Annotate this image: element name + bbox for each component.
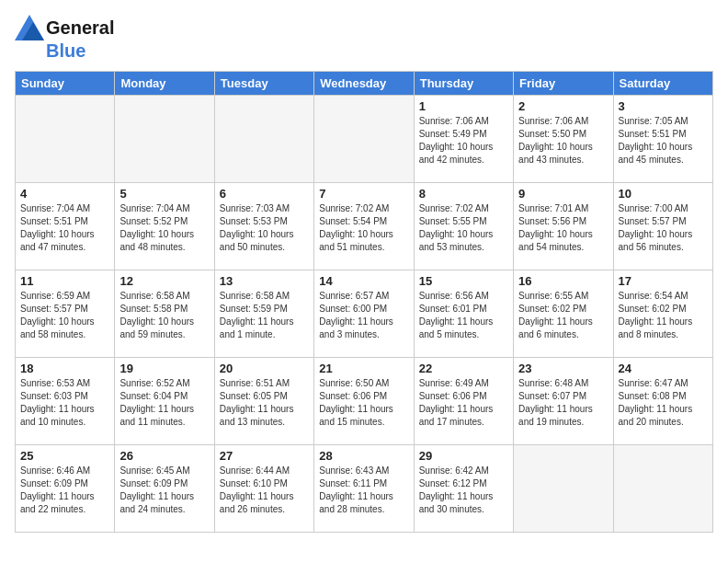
day-number: 11 — [20, 274, 109, 288]
day-number: 12 — [119, 274, 209, 288]
calendar-cell: 15Sunrise: 6:56 AMSunset: 6:01 PMDayligh… — [414, 270, 513, 358]
day-number: 23 — [518, 362, 608, 375]
calendar-cell — [514, 445, 613, 533]
calendar-cell: 29Sunrise: 6:42 AMSunset: 6:12 PMDayligh… — [414, 445, 513, 533]
day-number: 17 — [619, 274, 708, 288]
calendar-cell: 12Sunrise: 6:58 AMSunset: 5:58 PMDayligh… — [115, 270, 214, 358]
day-number: 18 — [20, 362, 109, 375]
day-info: Sunrise: 6:55 AMSunset: 6:02 PMDaylight:… — [518, 290, 608, 341]
day-number: 10 — [619, 187, 708, 201]
logo-name: General — [46, 17, 114, 39]
calendar-cell: 26Sunrise: 6:45 AMSunset: 6:09 PMDayligh… — [115, 445, 214, 533]
day-info: Sunrise: 7:02 AMSunset: 5:54 PMDaylight:… — [319, 202, 408, 254]
calendar-cell: 1Sunrise: 7:06 AMSunset: 5:49 PMDaylight… — [414, 96, 513, 183]
day-number: 26 — [119, 449, 209, 463]
calendar-week-row: 11Sunrise: 6:59 AMSunset: 5:57 PMDayligh… — [16, 270, 713, 358]
day-number: 20 — [220, 362, 309, 375]
calendar-cell: 28Sunrise: 6:43 AMSunset: 6:11 PMDayligh… — [314, 445, 414, 533]
day-info: Sunrise: 7:06 AMSunset: 5:50 PMDaylight:… — [518, 115, 608, 167]
weekday-header: Saturday — [613, 72, 712, 96]
day-number: 6 — [220, 187, 309, 201]
day-info: Sunrise: 6:53 AMSunset: 6:03 PMDaylight:… — [20, 377, 109, 429]
day-info: Sunrise: 6:54 AMSunset: 6:02 PMDaylight:… — [619, 290, 708, 341]
day-number: 4 — [20, 187, 109, 201]
calendar-cell: 24Sunrise: 6:47 AMSunset: 6:08 PMDayligh… — [613, 358, 712, 445]
day-info: Sunrise: 6:44 AMSunset: 6:10 PMDaylight:… — [220, 465, 309, 516]
day-info: Sunrise: 6:42 AMSunset: 6:12 PMDaylight:… — [419, 465, 508, 516]
weekday-header-row: SundayMondayTuesdayWednesdayThursdayFrid… — [16, 72, 713, 96]
day-number: 19 — [119, 362, 209, 375]
day-number: 7 — [319, 187, 408, 201]
day-number: 27 — [220, 449, 309, 463]
day-info: Sunrise: 7:04 AMSunset: 5:52 PMDaylight:… — [119, 202, 209, 254]
calendar-cell: 21Sunrise: 6:50 AMSunset: 6:06 PMDayligh… — [314, 358, 414, 445]
day-number: 9 — [518, 187, 608, 201]
day-number: 8 — [419, 187, 508, 201]
logo-blue: Blue — [46, 40, 85, 62]
day-info: Sunrise: 7:04 AMSunset: 5:51 PMDaylight:… — [20, 202, 109, 254]
calendar-week-row: 4Sunrise: 7:04 AMSunset: 5:51 PMDaylight… — [16, 183, 713, 270]
day-info: Sunrise: 6:47 AMSunset: 6:08 PMDaylight:… — [619, 377, 708, 429]
day-number: 16 — [518, 274, 608, 288]
calendar-cell: 18Sunrise: 6:53 AMSunset: 6:03 PMDayligh… — [16, 358, 115, 445]
day-number: 1 — [419, 99, 508, 113]
day-info: Sunrise: 6:48 AMSunset: 6:07 PMDaylight:… — [518, 377, 608, 429]
calendar-cell: 22Sunrise: 6:49 AMSunset: 6:06 PMDayligh… — [414, 358, 513, 445]
day-info: Sunrise: 6:46 AMSunset: 6:09 PMDaylight:… — [20, 465, 109, 516]
day-info: Sunrise: 7:05 AMSunset: 5:51 PMDaylight:… — [619, 115, 708, 167]
day-info: Sunrise: 6:59 AMSunset: 5:57 PMDaylight:… — [20, 290, 109, 341]
day-info: Sunrise: 6:51 AMSunset: 6:05 PMDaylight:… — [220, 377, 309, 429]
calendar-cell: 4Sunrise: 7:04 AMSunset: 5:51 PMDaylight… — [16, 183, 115, 270]
logo-icon — [15, 15, 44, 40]
day-number: 28 — [319, 449, 408, 463]
calendar-cell — [314, 96, 414, 183]
calendar-cell — [214, 96, 313, 183]
weekday-header: Wednesday — [314, 72, 414, 96]
day-info: Sunrise: 7:06 AMSunset: 5:49 PMDaylight:… — [419, 115, 508, 167]
calendar-cell: 27Sunrise: 6:44 AMSunset: 6:10 PMDayligh… — [214, 445, 313, 533]
calendar-cell: 8Sunrise: 7:02 AMSunset: 5:55 PMDaylight… — [414, 183, 513, 270]
calendar-cell: 14Sunrise: 6:57 AMSunset: 6:00 PMDayligh… — [314, 270, 414, 358]
day-info: Sunrise: 6:43 AMSunset: 6:11 PMDaylight:… — [319, 465, 408, 516]
day-info: Sunrise: 6:57 AMSunset: 6:00 PMDaylight:… — [319, 290, 408, 341]
calendar-cell: 3Sunrise: 7:05 AMSunset: 5:51 PMDaylight… — [613, 96, 712, 183]
calendar-cell: 20Sunrise: 6:51 AMSunset: 6:05 PMDayligh… — [214, 358, 313, 445]
calendar-week-row: 1Sunrise: 7:06 AMSunset: 5:49 PMDaylight… — [16, 96, 713, 183]
day-info: Sunrise: 6:58 AMSunset: 5:58 PMDaylight:… — [119, 290, 209, 341]
day-info: Sunrise: 7:03 AMSunset: 5:53 PMDaylight:… — [220, 202, 309, 254]
day-info: Sunrise: 7:02 AMSunset: 5:55 PMDaylight:… — [419, 202, 508, 254]
calendar-cell: 13Sunrise: 6:58 AMSunset: 5:59 PMDayligh… — [214, 270, 313, 358]
weekday-header: Monday — [115, 72, 214, 96]
day-number: 13 — [220, 274, 309, 288]
calendar-cell: 19Sunrise: 6:52 AMSunset: 6:04 PMDayligh… — [115, 358, 214, 445]
calendar-cell: 2Sunrise: 7:06 AMSunset: 5:50 PMDaylight… — [514, 96, 613, 183]
calendar-cell: 9Sunrise: 7:01 AMSunset: 5:56 PMDaylight… — [514, 183, 613, 270]
calendar-cell: 25Sunrise: 6:46 AMSunset: 6:09 PMDayligh… — [16, 445, 115, 533]
weekday-header: Friday — [514, 72, 613, 96]
day-number: 22 — [419, 362, 508, 375]
day-info: Sunrise: 6:50 AMSunset: 6:06 PMDaylight:… — [319, 377, 408, 429]
day-number: 24 — [619, 362, 708, 375]
calendar-week-row: 25Sunrise: 6:46 AMSunset: 6:09 PMDayligh… — [16, 445, 713, 533]
day-info: Sunrise: 7:00 AMSunset: 5:57 PMDaylight:… — [619, 202, 708, 254]
day-info: Sunrise: 7:01 AMSunset: 5:56 PMDaylight:… — [518, 202, 608, 254]
calendar-table: SundayMondayTuesdayWednesdayThursdayFrid… — [15, 71, 713, 533]
day-info: Sunrise: 6:56 AMSunset: 6:01 PMDaylight:… — [419, 290, 508, 341]
day-info: Sunrise: 6:58 AMSunset: 5:59 PMDaylight:… — [220, 290, 309, 341]
calendar-cell: 23Sunrise: 6:48 AMSunset: 6:07 PMDayligh… — [514, 358, 613, 445]
calendar-cell: 7Sunrise: 7:02 AMSunset: 5:54 PMDaylight… — [314, 183, 414, 270]
calendar-week-row: 18Sunrise: 6:53 AMSunset: 6:03 PMDayligh… — [16, 358, 713, 445]
calendar-cell: 16Sunrise: 6:55 AMSunset: 6:02 PMDayligh… — [514, 270, 613, 358]
day-number: 2 — [518, 99, 608, 113]
calendar-cell: 17Sunrise: 6:54 AMSunset: 6:02 PMDayligh… — [613, 270, 712, 358]
calendar-cell — [115, 96, 214, 183]
day-number: 3 — [619, 99, 708, 113]
weekday-header: Thursday — [414, 72, 513, 96]
logo: General Blue — [15, 15, 114, 62]
calendar-cell: 11Sunrise: 6:59 AMSunset: 5:57 PMDayligh… — [16, 270, 115, 358]
day-number: 29 — [419, 449, 508, 463]
day-number: 5 — [119, 187, 209, 201]
day-number: 15 — [419, 274, 508, 288]
weekday-header: Tuesday — [214, 72, 313, 96]
day-number: 25 — [20, 449, 109, 463]
